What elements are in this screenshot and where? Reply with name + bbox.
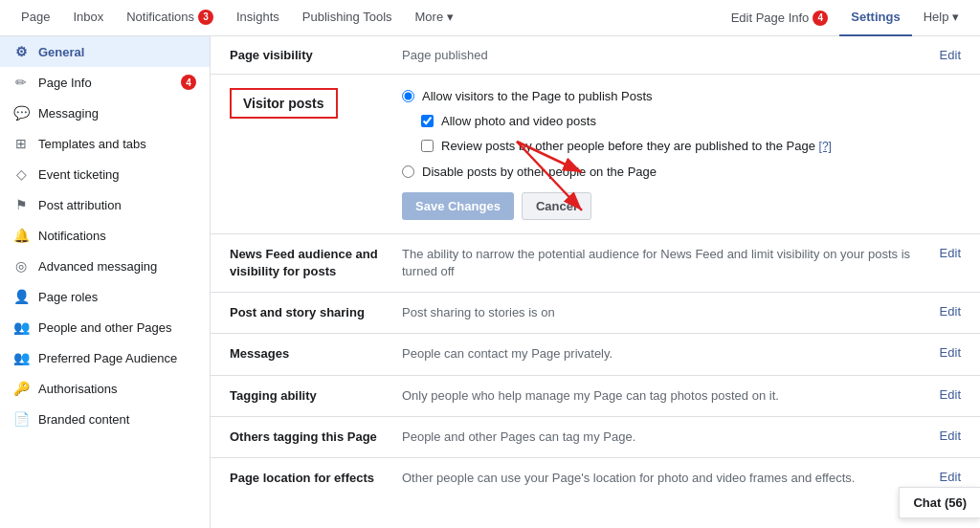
visitor-posts-label-area: Visitor posts (230, 88, 402, 128)
visitor-posts-section: Visitor posts Allow visitors to the Page… (211, 75, 980, 234)
grid-icon: ⊞ (13, 136, 29, 151)
sidebar-item-templates[interactable]: ⊞ Templates and tabs (0, 128, 210, 159)
chat-bubble[interactable]: Chat (56) (899, 487, 980, 518)
top-nav-right: Edit Page Info 4 Settings Help ▾ (720, 0, 970, 36)
chat-icon: 💬 (13, 105, 29, 121)
page-visibility-row: Page visibility Page published Edit (211, 36, 980, 75)
visitor-posts-option-disable: Disable posts by other people on the Pag… (402, 164, 903, 181)
sidebar-item-page-info[interactable]: ✏ Page Info 4 (0, 67, 210, 98)
review-posts-checkbox[interactable] (421, 140, 434, 152)
visitor-posts-option-review: Review posts by other people before they… (402, 138, 903, 155)
flag-icon: ⚑ (13, 197, 29, 212)
top-navigation: Page Inbox Notifications 3 Insights Publ… (0, 0, 980, 36)
news-feed-value: The ability to narrow the potential audi… (402, 246, 921, 280)
bell-icon: 🔔 (13, 228, 29, 243)
nav-settings[interactable]: Settings (839, 0, 911, 36)
settings-rows: News Feed audience and visibility for po… (211, 234, 980, 498)
visitor-posts-options: Allow visitors to the Page to publish Po… (402, 88, 903, 220)
nav-help[interactable]: Help ▾ (912, 0, 970, 36)
sidebar-label-authorisations: Authorisations (38, 382, 196, 396)
news-feed-row: News Feed audience and visibility for po… (211, 234, 980, 293)
nav-more[interactable]: More ▾ (404, 0, 465, 36)
pencil-icon: ✏ (13, 75, 29, 90)
top-nav-left: Page Inbox Notifications 3 Insights Publ… (10, 0, 465, 36)
sidebar-label-general: General (38, 45, 196, 59)
sidebar-item-advanced-messaging[interactable]: ◎ Advanced messaging (0, 251, 210, 281)
sidebar-item-post-attribution[interactable]: ⚑ Post attribution (0, 189, 210, 220)
post-story-sharing-row: Post and story sharing Post sharing to s… (211, 293, 980, 334)
key-icon: 🔑 (13, 381, 29, 396)
sidebar-label-post-attribution: Post attribution (38, 198, 196, 212)
person-icon: 👤 (13, 289, 29, 304)
visitor-posts-option-allow: Allow visitors to the Page to publish Po… (402, 88, 903, 105)
people-icon: 👥 (13, 319, 29, 335)
others-tagging-edit[interactable]: Edit (940, 429, 961, 443)
post-story-edit[interactable]: Edit (940, 304, 961, 319)
sidebar-label-people-pages: People and other Pages (38, 320, 196, 335)
sidebar-label-advanced-messaging: Advanced messaging (38, 259, 196, 274)
settings-content: Page visibility Page published Edit Visi… (211, 36, 980, 528)
disable-posts-label: Disable posts by other people on the Pag… (422, 164, 657, 181)
tagging-ability-row: Tagging ability Only people who help man… (211, 376, 980, 417)
edit-page-info-button[interactable]: Edit Page Info 4 (720, 0, 840, 36)
sidebar-item-notifications[interactable]: 🔔 Notifications (0, 220, 210, 251)
allow-visitors-radio[interactable] (402, 90, 414, 102)
messages-row: Messages People can contact my Page priv… (211, 334, 980, 375)
post-story-value: Post sharing to stories is on (402, 304, 921, 321)
notifications-badge: 3 (198, 10, 213, 25)
tagging-ability-value: Only people who help manage my Page can … (402, 387, 921, 405)
sidebar-label-page-roles: Page roles (38, 290, 196, 304)
sidebar-item-page-roles[interactable]: 👤 Page roles (0, 281, 210, 312)
nav-page[interactable]: Page (10, 0, 61, 36)
sidebar-label-notifications: Notifications (38, 229, 196, 243)
nav-insights[interactable]: Insights (225, 0, 291, 36)
page-location-edit[interactable]: Edit (940, 470, 961, 484)
news-feed-edit[interactable]: Edit (940, 246, 961, 260)
tagging-ability-edit[interactable]: Edit (940, 387, 961, 402)
sidebar-item-preferred-audience[interactable]: 👥 Preferred Page Audience (0, 342, 210, 373)
page-visibility-value: Page published (402, 48, 921, 62)
sidebar-label-templates: Templates and tabs (38, 137, 196, 151)
tagging-ability-label: Tagging ability (230, 387, 402, 405)
save-changes-button[interactable]: Save Changes (402, 192, 514, 220)
nav-notifications[interactable]: Notifications 3 (115, 0, 225, 36)
page-location-label: Page location for effects (230, 470, 402, 487)
sidebar-label-branded-content: Branded content (38, 412, 196, 427)
sidebar-item-event-ticketing[interactable]: ◇ Event ticketing (0, 159, 210, 189)
sidebar-label-messaging: Messaging (38, 106, 196, 121)
sidebar: ⚙ General ✏ Page Info 4 💬 Messaging ⊞ Te… (0, 36, 211, 528)
review-posts-help[interactable]: [?] (819, 140, 832, 153)
page-visibility-edit[interactable]: Edit (940, 48, 961, 62)
review-posts-label: Review posts by other people before they… (441, 138, 832, 155)
sidebar-label-page-info: Page Info (38, 76, 171, 90)
allow-photo-video-label: Allow photo and video posts (441, 113, 596, 130)
disable-posts-radio[interactable] (402, 165, 414, 178)
allow-visitors-label: Allow visitors to the Page to publish Po… (422, 88, 653, 105)
messages-label: Messages (230, 345, 402, 363)
messages-edit[interactable]: Edit (940, 345, 961, 360)
audience-icon: 👥 (13, 350, 29, 365)
page-location-row: Page location for effects Other people c… (211, 458, 980, 498)
others-tagging-label: Others tagging this Page (230, 429, 402, 446)
news-feed-label: News Feed audience and visibility for po… (230, 246, 402, 280)
nav-publishing-tools[interactable]: Publishing Tools (291, 0, 404, 36)
sidebar-item-people-pages[interactable]: 👥 People and other Pages (0, 312, 210, 342)
visitor-posts-box[interactable]: Visitor posts (230, 88, 338, 119)
sidebar-item-general[interactable]: ⚙ General (0, 36, 210, 67)
edit-page-badge: 4 (813, 11, 828, 26)
sidebar-item-branded-content[interactable]: 📄 Branded content (0, 404, 210, 434)
nav-inbox[interactable]: Inbox (61, 0, 115, 36)
visitor-posts-actions: Save Changes Cancel (402, 192, 903, 220)
visitor-posts-option-photo-video: Allow photo and video posts (402, 113, 903, 130)
page-info-badge: 4 (181, 75, 196, 90)
others-tagging-row: Others tagging this Page People and othe… (211, 417, 980, 458)
sidebar-item-messaging[interactable]: 💬 Messaging (0, 98, 210, 128)
post-story-label: Post and story sharing (230, 304, 402, 321)
sidebar-label-event-ticketing: Event ticketing (38, 167, 196, 182)
allow-photo-video-checkbox[interactable] (421, 115, 434, 127)
cancel-button[interactable]: Cancel (522, 192, 591, 220)
page-visibility-label: Page visibility (230, 48, 402, 62)
doc-icon: 📄 (13, 411, 29, 427)
page-location-value: Other people can use your Page's locatio… (402, 470, 921, 487)
sidebar-item-authorisations[interactable]: 🔑 Authorisations (0, 373, 210, 404)
